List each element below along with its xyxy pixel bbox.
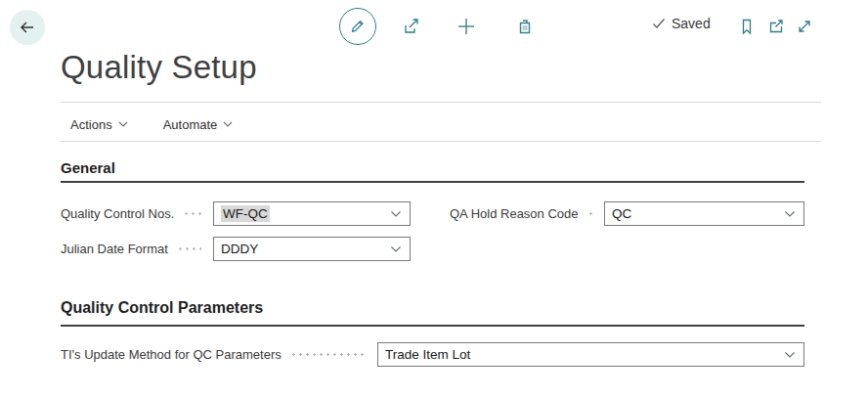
field-label-area: TI's Update Method for QC Parameters <box>61 347 377 362</box>
qa-hold-reason-code-label: QA Hold Reason Code <box>450 206 579 221</box>
open-in-new-window-icon <box>766 17 786 36</box>
actions-label: Actions <box>70 117 112 132</box>
quality-control-nos-dropdown[interactable]: WF-QC <box>213 201 411 226</box>
new-button[interactable] <box>456 16 477 37</box>
divider <box>61 141 821 142</box>
edit-button[interactable] <box>339 8 376 45</box>
qa-hold-reason-code-value: QC <box>612 206 784 221</box>
section-underline <box>61 181 804 183</box>
section-title-general: General <box>61 159 115 176</box>
julian-date-format-label: Julian Date Format <box>61 242 168 256</box>
open-in-new-window-button[interactable] <box>765 16 787 37</box>
chevron-down-icon <box>118 121 128 127</box>
dotted-leader <box>183 212 201 215</box>
bookmark-icon <box>737 17 757 36</box>
chevron-down-icon <box>390 210 402 218</box>
saved-label: Saved <box>672 16 711 31</box>
menu-actions[interactable]: Actions <box>70 117 128 132</box>
trash-icon <box>514 16 536 37</box>
dotted-leader <box>177 247 201 250</box>
field-row: TI's Update Method for QC Parameters Tra… <box>61 342 804 367</box>
ti-update-method-label: TI's Update Method for QC Parameters <box>61 347 282 362</box>
chevron-down-icon <box>390 245 402 253</box>
dotted-leader <box>587 212 592 215</box>
menu-automate[interactable]: Automate <box>163 117 234 132</box>
quality-control-nos-value: WF-QC <box>221 205 270 222</box>
field-label-area: Quality Control Nos. <box>61 206 213 221</box>
check-icon <box>651 16 667 31</box>
bookmark-button[interactable] <box>736 16 758 37</box>
field-row: Quality Control Nos. WF-QC QA Hold Reaso… <box>61 201 804 226</box>
qa-hold-reason-code-dropdown[interactable]: QC <box>604 201 804 226</box>
field-label-area: QA Hold Reason Code <box>450 206 604 221</box>
quality-control-nos-label: Quality Control Nos. <box>61 206 174 221</box>
julian-date-format-dropdown[interactable]: DDDY <box>213 237 411 261</box>
julian-date-format-value: DDDY <box>221 242 390 256</box>
section-title-qc-parameters: Quality Control Parameters <box>61 299 263 317</box>
field-row: Julian Date Format DDDY <box>61 237 411 261</box>
automate-label: Automate <box>163 117 218 132</box>
share-icon <box>401 16 422 37</box>
dotted-leader <box>290 353 366 356</box>
divider <box>61 102 821 103</box>
back-button[interactable] <box>10 10 45 45</box>
expand-icon <box>795 17 814 36</box>
field-label-area: Julian Date Format <box>61 242 213 256</box>
save-status: Saved <box>651 16 711 31</box>
menubar: Actions Automate <box>70 114 233 134</box>
expand-button[interactable] <box>794 16 815 37</box>
chevron-down-icon <box>784 351 796 359</box>
ti-update-method-value: Trade Item Lot <box>385 347 784 362</box>
chevron-down-icon <box>784 210 796 218</box>
delete-button[interactable] <box>514 16 536 37</box>
pencil-icon <box>348 17 368 36</box>
chevron-down-icon <box>223 121 233 127</box>
section-underline <box>61 325 804 327</box>
share-button[interactable] <box>401 16 422 37</box>
page-title: Quality Setup <box>61 49 257 86</box>
back-arrow-icon <box>18 18 37 37</box>
ti-update-method-dropdown[interactable]: Trade Item Lot <box>377 342 804 367</box>
plus-icon <box>456 16 477 37</box>
